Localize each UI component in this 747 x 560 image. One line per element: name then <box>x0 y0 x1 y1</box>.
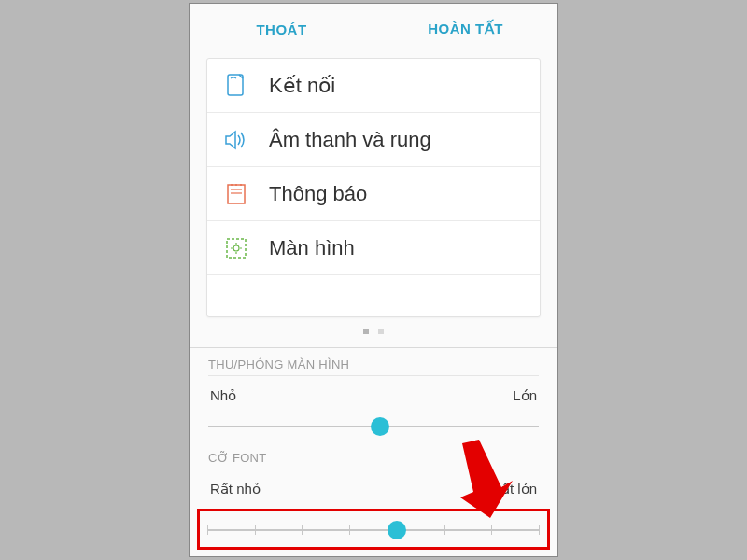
settings-row-display[interactable]: Màn hình <box>207 221 540 275</box>
slider-min-label: Nhỏ <box>210 387 236 404</box>
slider-range-labels: Rất nhỏ Rất lớn <box>208 469 539 503</box>
slider-max-label: Rất lớn <box>491 481 537 497</box>
settings-row-label: Âm thanh và rung <box>269 128 431 152</box>
slider-ticks <box>207 525 540 535</box>
annotation-highlight <box>197 509 550 550</box>
dialog-top-bar: THOÁT HOÀN TẤT <box>190 4 557 54</box>
zoom-slider[interactable] <box>208 413 539 440</box>
settings-row-label <box>269 283 275 300</box>
settings-row-label: Màn hình <box>269 236 355 260</box>
settings-row-label: Thông báo <box>269 182 367 206</box>
phone-screen: THOÁT HOÀN TẤT Kết nối Âm thanh và rung … <box>189 3 558 557</box>
notification-icon <box>224 182 248 206</box>
zoom-section: THU/PHÓNG MÀN HÌNH Nhỏ Lớn <box>190 348 557 445</box>
device-icon <box>224 74 248 98</box>
font-size-slider[interactable] <box>207 517 540 543</box>
slider-thumb[interactable] <box>388 521 406 539</box>
placeholder-icon <box>224 283 248 307</box>
page-dot <box>378 329 384 334</box>
svg-rect-1 <box>228 185 245 203</box>
page-indicator <box>190 317 557 347</box>
slider-max-label: Lớn <box>513 387 537 404</box>
slider-min-label: Rất nhỏ <box>210 481 261 497</box>
slider-range-labels: Nhỏ Lớn <box>208 376 539 410</box>
svg-rect-7 <box>227 239 246 258</box>
font-section: CỠ FONT Rất nhỏ Rất lớn <box>190 445 557 507</box>
sound-icon <box>224 128 248 152</box>
slider-thumb[interactable] <box>371 417 389 436</box>
section-title: THU/PHÓNG MÀN HÌNH <box>208 357 539 376</box>
svg-point-6 <box>240 184 242 186</box>
cancel-button[interactable]: THOÁT <box>190 21 374 37</box>
svg-point-5 <box>235 184 237 186</box>
svg-point-4 <box>231 184 233 186</box>
display-icon <box>224 236 248 260</box>
settings-row-notifications[interactable]: Thông báo <box>207 167 540 221</box>
svg-point-8 <box>233 245 239 251</box>
done-button[interactable]: HOÀN TẤT <box>374 21 557 37</box>
section-title: CỠ FONT <box>208 451 539 469</box>
settings-preview-card: Kết nối Âm thanh và rung Thông báo Màn h… <box>206 58 541 317</box>
settings-row-sound[interactable]: Âm thanh và rung <box>207 113 540 167</box>
settings-row-label: Kết nối <box>269 74 335 98</box>
settings-row-cutoff <box>207 275 540 316</box>
settings-row-connections[interactable]: Kết nối <box>207 59 540 113</box>
page-dot-active <box>363 329 369 334</box>
